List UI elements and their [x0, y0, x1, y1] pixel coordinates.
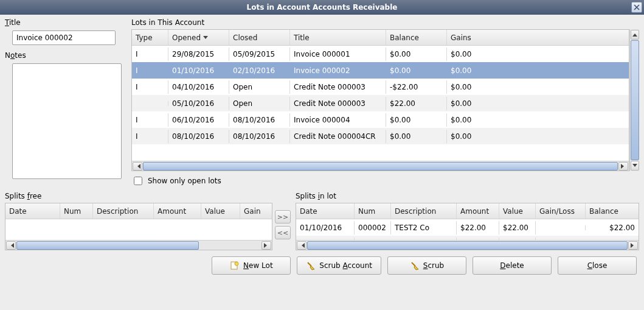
scroll-left-icon[interactable]: [297, 241, 306, 250]
table-row[interactable]: I04/10/2016OpenCredit Note 000003-$22.00…: [132, 79, 629, 95]
lots-section-label: Lots in This Account: [131, 18, 639, 27]
scroll-left-icon[interactable]: [6, 241, 16, 250]
col-gains[interactable]: Gains: [447, 30, 629, 45]
cell: 06/10/2016: [168, 113, 229, 127]
sf-col-amount[interactable]: Amount: [154, 203, 201, 219]
cell: 05/10/2016: [168, 97, 229, 110]
scroll-down-icon[interactable]: [631, 161, 639, 171]
cell: $0.00: [447, 130, 629, 143]
lots-hscroll[interactable]: [132, 161, 629, 171]
table-row[interactable]: 02/10/2016TEST2 Co-$22.00$22.00: [296, 236, 639, 240]
cell: 29/08/2015: [168, 48, 229, 61]
col-type[interactable]: Type: [132, 30, 168, 45]
table-row[interactable]: I08/10/201608/10/2016Credit Note 000004C…: [132, 128, 629, 144]
lots-table[interactable]: Type Opened Closed Title Balance Gains I…: [131, 29, 629, 171]
sf-hscroll[interactable]: [5, 240, 272, 250]
scrub-account-button[interactable]: Scrub Account: [297, 256, 381, 275]
cell: $0.00: [447, 97, 629, 110]
scrub-button[interactable]: Scrub: [387, 256, 466, 275]
new-lot-icon: [230, 261, 240, 270]
cell: 01/10/2016: [168, 64, 229, 77]
close-button[interactable]: Close: [558, 256, 637, 275]
col-closed[interactable]: Closed: [229, 30, 290, 45]
cell: Invoice 000004: [290, 113, 386, 127]
cell: I: [132, 130, 168, 143]
cell: 04/10/2016: [168, 80, 229, 94]
col-title[interactable]: Title: [290, 30, 386, 45]
sl-col-value[interactable]: Value: [499, 203, 536, 219]
cell: $0.00: [447, 64, 629, 77]
window-close-button[interactable]: [631, 2, 642, 13]
new-lot-button[interactable]: New Lot: [212, 256, 291, 275]
col-opened[interactable]: Opened: [168, 30, 229, 45]
splits-lot-table[interactable]: Date Num Description Amount Value Gain/L…: [296, 203, 639, 250]
sl-col-amount[interactable]: Amount: [457, 203, 499, 219]
cell: TEST2 Co: [391, 221, 457, 234]
show-open-only[interactable]: Show only open lots: [131, 175, 639, 187]
cell: $22.00: [499, 221, 536, 234]
scroll-left-icon[interactable]: [133, 162, 142, 171]
scroll-right-icon[interactable]: [628, 241, 638, 250]
sl-col-balance[interactable]: Balance: [586, 203, 639, 219]
scroll-right-icon[interactable]: [261, 241, 271, 250]
lots-hscroll-thumb[interactable]: [143, 162, 618, 171]
sl-col-date[interactable]: Date: [296, 203, 355, 219]
cell: 05/09/2015: [229, 48, 290, 61]
close-icon: [634, 4, 640, 10]
cell: Credit Note 000004CR: [290, 130, 386, 143]
sf-col-desc[interactable]: Description: [93, 203, 154, 219]
col-balance[interactable]: Balance: [386, 30, 447, 45]
scroll-right-icon[interactable]: [618, 162, 628, 171]
cell: 08/10/2016: [168, 130, 229, 143]
table-row[interactable]: I29/08/201505/09/2015Invoice 000001$0.00…: [132, 46, 629, 62]
cell: 08/10/2016: [229, 130, 290, 143]
broom-icon: [306, 261, 316, 270]
table-row[interactable]: I06/10/201608/10/2016Invoice 000004$0.00…: [132, 111, 629, 128]
move-to-lot-button[interactable]: >>: [275, 210, 291, 224]
sf-hscroll-thumb[interactable]: [16, 241, 199, 250]
cell: I: [132, 64, 168, 77]
scroll-up-icon[interactable]: [631, 30, 639, 40]
cell: $0.00: [386, 64, 447, 77]
sf-col-gain[interactable]: Gain: [240, 203, 272, 219]
title-label: Title: [5, 18, 126, 27]
cell: 02/10/2016: [229, 64, 290, 77]
cell: $22.00: [386, 97, 447, 110]
sort-desc-icon: [203, 36, 208, 41]
table-row[interactable]: I01/10/201602/10/2016Invoice 000002$0.00…: [132, 62, 629, 79]
delete-button[interactable]: Delete: [473, 256, 552, 275]
broom-icon: [410, 261, 420, 270]
cell: $22.00: [586, 221, 639, 234]
lots-vscroll-thumb[interactable]: [631, 40, 639, 160]
sl-hscroll-thumb[interactable]: [307, 241, 628, 250]
table-row[interactable]: 01/10/2016000002TEST2 Co$22.00$22.00$22.…: [296, 219, 639, 236]
sl-col-desc[interactable]: Description: [391, 203, 457, 219]
cell: [132, 101, 168, 106]
cell: Open: [229, 97, 290, 110]
splits-free-label: Splits free: [5, 192, 272, 200]
sl-col-gain[interactable]: Gain/Loss: [536, 203, 586, 219]
cell: $0.00: [386, 130, 447, 143]
move-to-free-button[interactable]: <<: [275, 226, 291, 239]
lots-vscroll[interactable]: [629, 29, 639, 171]
svg-point-1: [235, 262, 238, 266]
title-input[interactable]: [12, 30, 116, 45]
sf-col-value[interactable]: Value: [201, 203, 240, 219]
cell: $0.00: [447, 113, 629, 127]
sf-col-date[interactable]: Date: [5, 203, 60, 219]
cell: 08/10/2016: [229, 113, 290, 127]
table-row[interactable]: 05/10/2016OpenCredit Note 000003$22.00$0…: [132, 95, 629, 111]
sl-col-num[interactable]: Num: [355, 203, 391, 219]
sl-hscroll[interactable]: [296, 240, 639, 250]
cell: Credit Note 000003: [290, 80, 386, 94]
splits-free-table[interactable]: Date Num Description Amount Value Gain: [5, 203, 272, 250]
cell: [536, 225, 586, 230]
cell: Open: [229, 80, 290, 94]
cell: $0.00: [447, 80, 629, 94]
window-title: Lots in Account Accounts Receivable: [247, 3, 398, 12]
notes-textarea[interactable]: [12, 63, 122, 179]
sf-col-num[interactable]: Num: [60, 203, 93, 219]
window-titlebar: Lots in Account Accounts Receivable: [0, 0, 644, 15]
show-open-only-checkbox[interactable]: [134, 177, 142, 185]
cell: I: [132, 113, 168, 127]
